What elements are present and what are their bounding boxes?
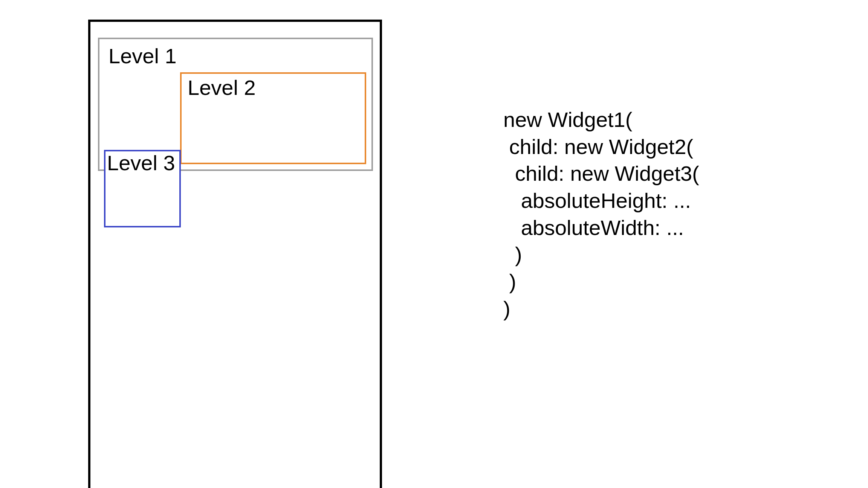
- code-line: absoluteWidth: ...: [503, 216, 684, 239]
- code-line: ): [503, 242, 522, 266]
- code-line: child: new Widget2(: [503, 135, 693, 159]
- code-block: new Widget1( child: new Widget2( child: …: [503, 106, 699, 322]
- code-line: ): [503, 270, 516, 293]
- diagram-stage: Level 1 Level 2 Level 3 new Widget1( chi…: [0, 0, 868, 488]
- level3-label: Level 3: [107, 151, 175, 175]
- code-line: absoluteHeight: ...: [503, 189, 691, 212]
- level2-label: Level 2: [188, 75, 256, 100]
- code-line: new Widget1(: [503, 108, 632, 131]
- code-line: child: new Widget3(: [503, 162, 699, 185]
- code-line: ): [503, 297, 510, 320]
- level1-label: Level 1: [108, 44, 177, 68]
